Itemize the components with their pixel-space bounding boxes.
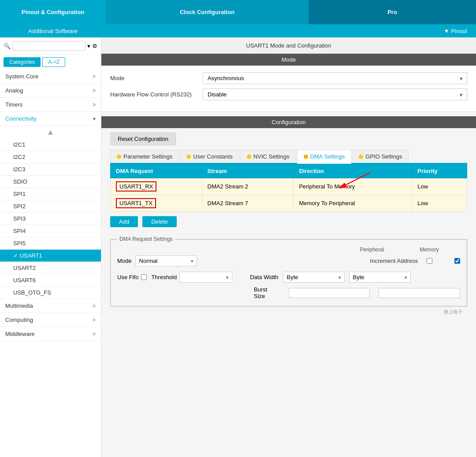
clock-tab[interactable]: Clock Configuration xyxy=(106,0,309,24)
mode-select-wrap: Normal Circular ▾ xyxy=(135,255,197,266)
threshold-select[interactable] xyxy=(179,272,232,283)
config-tabs: Parameter Settings User Constants NVIC S… xyxy=(110,150,467,164)
mode-label: Mode xyxy=(117,258,132,264)
tab-dma-settings[interactable]: DMA Settings xyxy=(297,150,352,164)
increment-address-label: Increment Address xyxy=(370,258,418,264)
burst-size-memory-input[interactable] xyxy=(379,288,460,298)
chevron-right-icon: > xyxy=(93,88,96,94)
table-row[interactable]: USART1_RX DMA2 Stream 2 Peripheral To Me… xyxy=(111,178,467,195)
pro-tab[interactable]: Pro xyxy=(309,0,476,24)
data-width-label: Data Width xyxy=(250,274,278,280)
column-headers: Peripheral Memory xyxy=(117,247,460,253)
priority-cell: Low xyxy=(412,178,467,195)
mode-select-wrapper: Asynchronous ▾ xyxy=(203,72,467,84)
reset-config-button[interactable]: Reset Configuration xyxy=(110,133,176,145)
direction-cell: Peripheral To Memory xyxy=(294,178,412,195)
hw-flow-select[interactable]: Disable xyxy=(203,88,467,100)
sidebar-item-label: Middleware xyxy=(5,331,34,337)
sidebar-item-label: Analog xyxy=(5,87,23,94)
data-width-memory-select-wrap: Byte Half Word Word ▾ xyxy=(349,272,411,283)
sidebar-item-middleware[interactable]: Middleware > xyxy=(0,327,101,341)
sidebar-item-spi1[interactable]: SPI1 xyxy=(0,188,101,200)
data-width-memory-select[interactable]: Byte Half Word Word xyxy=(349,272,411,283)
dropdown-arrow-icon[interactable]: ▾ xyxy=(87,43,90,49)
scroll-up-icon[interactable]: ▲ xyxy=(0,126,101,139)
request-box: USART1_TX xyxy=(116,198,156,208)
sidebar: 🔍 ▾ ⚙ Categories A->Z System Core > Anal… xyxy=(0,37,101,457)
dma-table: DMA Request Stream Direction Priority US… xyxy=(110,164,467,212)
dma-mode-select[interactable]: Normal Circular xyxy=(135,255,197,266)
action-buttons: Add Delete xyxy=(110,212,467,232)
chevron-down-icon: ▾ xyxy=(93,116,96,122)
mode-increment-row: Mode Normal Circular ▾ Increment Address xyxy=(117,255,460,266)
sidebar-item-spi2[interactable]: SPI2 xyxy=(0,200,101,213)
sidebar-item-computing[interactable]: Computing > xyxy=(0,313,101,327)
hw-flow-select-wrapper: Disable ▾ xyxy=(203,88,467,100)
pinout-tab[interactable]: Pinout & Configuration xyxy=(0,0,106,24)
sidebar-item-sdio[interactable]: SDIO xyxy=(0,176,101,188)
tab-parameter-settings[interactable]: Parameter Settings xyxy=(110,150,179,163)
tab-user-constants[interactable]: User Constants xyxy=(180,150,239,163)
search-bar: 🔍 ▾ ⚙ xyxy=(0,37,101,55)
memory-increment-checkbox[interactable] xyxy=(454,258,460,264)
peripheral-col-header: Peripheral xyxy=(341,247,403,253)
sidebar-item-usb-otg[interactable]: USB_OTG_FS xyxy=(0,287,101,299)
data-width-peripheral-select-wrap: Byte Half Word Word ▾ xyxy=(283,272,345,283)
burst-size-peripheral-input[interactable] xyxy=(289,288,370,298)
fifo-datawidth-row: Use Fifo Threshold ▾ Data Width Byte Hal… xyxy=(117,272,460,283)
sidebar-item-label: Connectivity xyxy=(5,115,37,122)
chevron-right-icon: > xyxy=(93,102,96,108)
tab-gpio-settings[interactable]: GPIO Settings xyxy=(352,150,409,163)
sidebar-item-analog[interactable]: Analog > xyxy=(0,84,101,98)
atoz-tab[interactable]: A->Z xyxy=(42,57,65,67)
stream-cell: DMA2 Stream 7 xyxy=(202,195,294,212)
sidebar-item-system-core[interactable]: System Core > xyxy=(0,70,101,84)
main-content: USART1 Mode and Configuration Mode Mode … xyxy=(101,37,476,457)
sidebar-item-usart6[interactable]: USART6 xyxy=(0,274,101,287)
col-priority: Priority xyxy=(412,164,467,178)
additional-software-tab[interactable]: Additional Software xyxy=(0,28,106,34)
sidebar-item-i2c2[interactable]: I2C2 xyxy=(0,151,101,163)
increment-checkboxes xyxy=(427,258,460,264)
tab-nvic-settings[interactable]: NVIC Settings xyxy=(240,150,296,163)
gear-icon[interactable]: ⚙ xyxy=(92,43,97,49)
sidebar-item-usart2[interactable]: USART2 xyxy=(0,262,101,274)
mode-label: Mode xyxy=(110,75,198,81)
search-input[interactable] xyxy=(12,41,86,51)
mode-header: Mode xyxy=(101,54,476,66)
mode-select[interactable]: Asynchronous xyxy=(203,72,467,84)
use-fifo-label: Use Fifo xyxy=(117,274,138,280)
sidebar-item-multimedia[interactable]: Multimedia > xyxy=(0,299,101,313)
dma-request-settings: DMA Request Settings Peripheral Memory M… xyxy=(110,236,467,306)
add-button[interactable]: Add xyxy=(110,216,138,227)
sidebar-item-label: Timers xyxy=(5,101,22,108)
data-width-peripheral-select[interactable]: Byte Half Word Word xyxy=(283,272,345,283)
chevron-right-icon: > xyxy=(93,74,96,80)
use-fifo-checkbox[interactable] xyxy=(141,274,147,280)
peripheral-increment-checkbox[interactable] xyxy=(427,258,432,264)
dot-icon xyxy=(359,155,363,159)
col-dma-request: DMA Request xyxy=(111,164,202,178)
sidebar-item-i2c3[interactable]: I2C3 xyxy=(0,163,101,176)
content-title: USART1 Mode and Configuration xyxy=(101,37,476,54)
pinout-sub-tab[interactable]: ▼ Pinout xyxy=(444,28,476,34)
sidebar-item-i2c1[interactable]: I2C1 xyxy=(0,139,101,151)
sidebar-item-spi4[interactable]: SPI4 xyxy=(0,225,101,237)
sidebar-item-label: Computing xyxy=(5,317,33,323)
sidebar-item-timers[interactable]: Timers > xyxy=(0,98,101,112)
table-row[interactable]: USART1_TX DMA2 Stream 7 Memory To Periph… xyxy=(111,195,467,212)
categories-tab[interactable]: Categories xyxy=(4,57,41,67)
sidebar-item-usart1[interactable]: USART1 xyxy=(0,250,101,262)
burst-size-label: Burst Size xyxy=(254,286,280,299)
pinout-tab-label: Pinout & Configuration xyxy=(22,9,84,15)
sidebar-item-spi5[interactable]: SPI5 xyxy=(0,237,101,250)
delete-button[interactable]: Delete xyxy=(142,216,177,227)
chevron-right-icon: > xyxy=(93,331,96,337)
pro-tab-label: Pro xyxy=(387,9,397,15)
stream-cell: DMA2 Stream 2 xyxy=(202,178,294,195)
dma-request-cell: USART1_TX xyxy=(111,195,202,212)
sidebar-item-connectivity[interactable]: Connectivity ▾ xyxy=(0,112,101,126)
mode-row: Mode Asynchronous ▾ xyxy=(110,72,467,84)
sidebar-item-spi3[interactable]: SPI3 xyxy=(0,213,101,225)
sidebar-item-label: Multimedia xyxy=(5,302,33,309)
